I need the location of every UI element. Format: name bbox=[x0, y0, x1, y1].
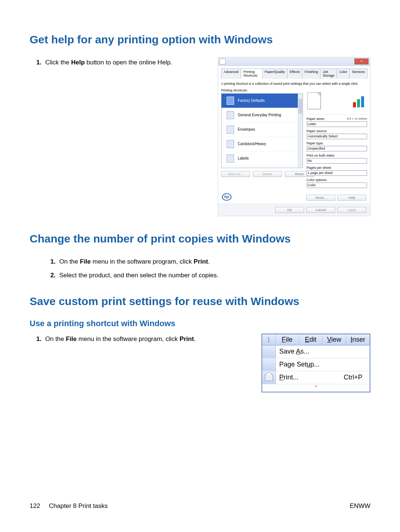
menu-print[interactable]: Print... bbox=[276, 371, 344, 384]
tab-job-storage[interactable]: Job Storage bbox=[320, 68, 337, 79]
menu-file[interactable]: File bbox=[276, 334, 299, 345]
preview-area bbox=[307, 88, 367, 115]
tab-effects[interactable]: Effects bbox=[287, 68, 302, 79]
menu-page-setup[interactable]: Page Setup... bbox=[276, 358, 344, 371]
tabs: Advanced Printing Shortcuts Paper/Qualit… bbox=[221, 68, 367, 79]
step-1: 1. Click the Help button to open the onl… bbox=[36, 57, 210, 71]
step-2: 2. Select the product, and then select t… bbox=[50, 270, 370, 284]
shortcut-description: A printing shortcut is a collection of s… bbox=[221, 82, 367, 86]
footer-right: ENWW bbox=[350, 502, 370, 510]
list-item[interactable]: Labels bbox=[221, 151, 303, 166]
subheading-use-shortcut: Use a printing shortcut with Windows bbox=[30, 319, 370, 328]
save-as-button[interactable]: Save As... bbox=[221, 171, 250, 177]
close-button[interactable]: × bbox=[354, 58, 369, 64]
list-item[interactable]: Transparencies bbox=[221, 166, 303, 168]
step-1: 1. On the File menu in the software prog… bbox=[36, 334, 254, 348]
paper-type-select[interactable]: Unspecified bbox=[307, 146, 367, 151]
cancel-button[interactable]: Cancel bbox=[306, 207, 335, 213]
menubar: File Edit View Inser bbox=[262, 334, 370, 345]
page-preview-icon bbox=[307, 92, 321, 109]
printer-icon bbox=[262, 371, 276, 384]
menu-item-icon bbox=[262, 345, 276, 358]
menu-save-as[interactable]: Save As... bbox=[276, 345, 344, 358]
hp-logo: hp bbox=[222, 193, 231, 201]
shortcut-icon bbox=[227, 97, 234, 105]
tab-services[interactable]: Services bbox=[349, 68, 367, 79]
about-button[interactable]: About... bbox=[306, 195, 335, 201]
chapter-label: Chapter 8 Print tasks bbox=[49, 502, 108, 509]
shortcut-icon bbox=[227, 140, 234, 148]
menu-view[interactable]: View bbox=[323, 334, 346, 345]
paper-source-select[interactable]: Automatically Select bbox=[307, 134, 367, 139]
shortcut-icon bbox=[227, 154, 234, 163]
page-footer: 122 Chapter 8 Print tasks ENWW bbox=[30, 502, 370, 510]
print-both-sides-select[interactable]: No bbox=[307, 158, 367, 164]
menu-shortcut: Ctrl+P bbox=[344, 371, 370, 384]
page: Get help for any printing option with Wi… bbox=[0, 0, 400, 532]
shortcut-icon bbox=[227, 111, 234, 119]
list-item[interactable]: Cardstock/Heavy bbox=[221, 137, 303, 151]
expand-menu-icon[interactable]: ˅ bbox=[262, 384, 370, 392]
system-icon bbox=[220, 58, 226, 64]
toolbar-grip-icon[interactable] bbox=[262, 334, 276, 345]
ok-button[interactable]: OK bbox=[275, 207, 304, 213]
help-button[interactable]: Help bbox=[337, 195, 366, 201]
heading-change-copies: Change the number of print copies with W… bbox=[30, 232, 370, 245]
heading-get-help: Get help for any printing option with Wi… bbox=[30, 33, 370, 46]
shortcut-icon bbox=[227, 126, 234, 134]
paper-sizes-select[interactable]: Letter bbox=[307, 121, 367, 127]
color-bars-icon bbox=[353, 94, 366, 107]
pages-per-sheet-select[interactable]: 1 page per sheet bbox=[307, 170, 367, 176]
file-menu: File Edit View Inser Save As... Page Set… bbox=[261, 334, 370, 392]
menu-item-icon bbox=[262, 358, 276, 371]
titlebar: × bbox=[218, 57, 370, 66]
menu-shortcut bbox=[344, 358, 370, 371]
heading-save-custom: Save custom print settings for reuse wit… bbox=[30, 295, 370, 308]
apply-button[interactable]: Apply bbox=[337, 207, 366, 213]
tab-printing-shortcuts[interactable]: Printing Shortcuts bbox=[241, 68, 262, 79]
delete-button[interactable]: Delete bbox=[253, 171, 282, 177]
color-options-select[interactable]: Color bbox=[307, 183, 367, 188]
list-item[interactable]: Factory Defaults bbox=[221, 94, 303, 108]
list-item[interactable]: Envelopes bbox=[221, 123, 303, 137]
list-label: Printing shortcuts: bbox=[221, 88, 303, 92]
tab-color[interactable]: Color bbox=[337, 68, 350, 79]
menu-edit[interactable]: Edit bbox=[299, 334, 323, 345]
print-preferences-dialog: × Advanced Printing Shortcuts Paper/Qual… bbox=[218, 57, 370, 216]
page-number: 122 bbox=[30, 502, 40, 509]
shortcut-list[interactable]: Factory Defaults General Everyday Printi… bbox=[221, 93, 303, 168]
menu-insert[interactable]: Inser bbox=[346, 334, 370, 345]
list-item[interactable]: General Everyday Printing bbox=[221, 108, 303, 123]
tab-advanced[interactable]: Advanced bbox=[221, 68, 241, 79]
scrollbar[interactable] bbox=[298, 94, 303, 168]
tab-finishing[interactable]: Finishing bbox=[302, 68, 320, 79]
menu-shortcut bbox=[344, 345, 370, 358]
tab-paper-quality[interactable]: Paper/Quality bbox=[262, 68, 288, 79]
step-1: 1. On the File menu in the software prog… bbox=[50, 256, 370, 270]
